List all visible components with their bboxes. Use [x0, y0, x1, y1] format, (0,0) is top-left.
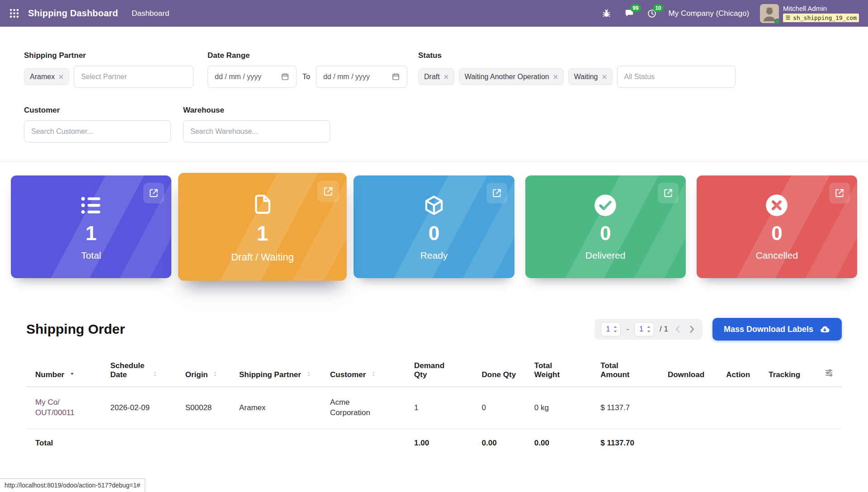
total-done-qty: 0.00 [482, 429, 534, 457]
card-cancelled-label: Cancelled [756, 250, 798, 261]
partner-tag-label: Aramex [30, 73, 55, 81]
status-tag-label: Waiting Another Operation [465, 73, 549, 81]
card-delivered[interactable]: 0 Delivered [525, 175, 686, 278]
stepper-arrows-icon[interactable] [613, 326, 618, 333]
pager-to-stepper[interactable]: 1 [634, 322, 654, 336]
status-label: Status [418, 51, 844, 60]
shipping-partner-label: Shipping Partner [24, 51, 208, 60]
database-badge: sh_shipping_19_com [783, 14, 859, 22]
card-ready-label: Ready [420, 250, 448, 261]
col-tracking-label: Tracking [769, 370, 800, 379]
cell-schedule-date: 2026-02-09 [110, 387, 185, 429]
open-draft-waiting-icon[interactable] [317, 180, 339, 202]
open-ready-icon[interactable] [486, 183, 507, 203]
cell-customer: Acme Corporation [330, 387, 414, 429]
status-tag-label: Draft [424, 73, 440, 81]
menu-dashboard[interactable]: Dashboard [132, 9, 169, 18]
user-name: Mitchell Admin [783, 5, 859, 12]
messages-button[interactable]: 99 [623, 8, 635, 19]
card-ready[interactable]: 0 Ready [354, 175, 514, 278]
col-origin-label: Origin [185, 370, 208, 379]
card-total[interactable]: 1 Total [11, 175, 171, 278]
col-total-amount[interactable]: Total Amount [600, 361, 668, 387]
company-switcher[interactable]: My Company (Chicago) [669, 9, 750, 18]
filter-status: Status Draft Waiting Another Operation W… [418, 51, 844, 88]
sort-desc-icon[interactable] [69, 370, 75, 377]
customer-search-input[interactable]: Search Customer... [24, 120, 171, 142]
status-tag-draft[interactable]: Draft [418, 68, 454, 85]
card-delivered-value: 0 [600, 223, 611, 243]
optional-columns-button[interactable] [825, 361, 842, 387]
total-label: Total [26, 429, 110, 457]
pager-dash: - [626, 325, 629, 334]
col-schedule-date[interactable]: Schedule Date [110, 361, 185, 387]
mass-download-labels-button[interactable]: Mass Download Labels [712, 318, 842, 341]
sort-icon[interactable] [152, 371, 158, 377]
card-draft-waiting-value: 1 [257, 223, 269, 244]
partner-select-input[interactable]: Select Partner [74, 66, 193, 88]
activities-button[interactable]: 10 [646, 8, 658, 19]
status-tag-waiting[interactable]: Waiting [568, 68, 613, 85]
sort-icon[interactable] [370, 371, 377, 377]
open-total-icon[interactable] [143, 183, 164, 203]
filter-shipping-partner: Shipping Partner Aramex Select Partner [24, 51, 208, 88]
order-number-link[interactable]: My Co/ OUT/00011 [35, 397, 107, 418]
col-shipping-partner[interactable]: Shipping Partner [239, 361, 330, 387]
table-row[interactable]: My Co/ OUT/00011 2026-02-09 S00028 Arame… [26, 387, 842, 429]
warehouse-search-input[interactable]: Search Warehouse... [183, 120, 330, 142]
apps-grid-icon[interactable] [7, 7, 21, 20]
orders-table: Number Schedule Date Origin Shipping Par… [26, 361, 842, 457]
card-total-label: Total [81, 250, 101, 261]
debug-bug-button[interactable] [601, 8, 613, 19]
col-download[interactable]: Download [668, 361, 726, 387]
pager-to-value: 1 [639, 325, 643, 333]
status-tag-label: Waiting [574, 73, 598, 81]
card-cancelled[interactable]: 0 Cancelled [697, 175, 857, 278]
col-tracking[interactable]: Tracking [769, 361, 824, 387]
date-from-input[interactable]: dd / mm / yyyy [208, 66, 297, 88]
open-delivered-icon[interactable] [658, 183, 679, 203]
customer-label: Customer [24, 106, 183, 115]
cell-download [668, 387, 726, 429]
filters-panel: Shipping Partner Aramex Select Partner D… [0, 27, 868, 162]
col-done-qty[interactable]: Done Qty [482, 361, 534, 387]
cell-origin: S00028 [185, 387, 239, 429]
date-to-value: dd / mm / yyyy [323, 73, 370, 81]
col-action[interactable]: Action [726, 361, 769, 387]
col-total-weight-label: Total Weight [534, 361, 571, 379]
cell-tracking [769, 387, 824, 429]
order-number-line2: OUT/00011 [35, 408, 107, 418]
app-title[interactable]: Shipping Dashboard [28, 8, 118, 19]
pager-next-icon[interactable] [688, 325, 696, 334]
user-menu[interactable]: Mitchell Admin sh_shipping_19_com [760, 4, 859, 23]
date-to-input[interactable]: dd / mm / yyyy [316, 66, 407, 88]
pager-from-stepper[interactable]: 1 [601, 322, 621, 336]
sort-icon[interactable] [306, 371, 312, 377]
col-number[interactable]: Number [26, 361, 110, 387]
col-total-weight[interactable]: Total Weight [534, 361, 601, 387]
remove-status-tag-icon[interactable] [553, 75, 558, 79]
remove-partner-tag-icon[interactable] [59, 75, 63, 79]
calendar-icon[interactable] [281, 72, 289, 81]
pager: 1 - 1 / 1 [594, 319, 703, 340]
open-cancelled-icon[interactable] [829, 183, 850, 203]
calendar-icon[interactable] [392, 72, 400, 81]
col-origin[interactable]: Origin [185, 361, 239, 387]
partner-tag-aramex[interactable]: Aramex [24, 68, 69, 85]
avatar[interactable] [760, 4, 779, 23]
sort-icon[interactable] [212, 371, 218, 377]
card-draft-waiting-label: Draft / Waiting [231, 251, 294, 263]
stepper-arrows-icon[interactable] [646, 326, 651, 333]
status-tag-waiting-another-operation[interactable]: Waiting Another Operation [459, 68, 564, 85]
col-customer-label: Customer [330, 370, 366, 379]
pager-prev-icon[interactable] [674, 325, 682, 334]
warehouse-label: Warehouse [183, 106, 330, 115]
status-select-input[interactable]: All Status [617, 66, 736, 88]
card-draft-waiting[interactable]: 1 Draft / Waiting [178, 173, 347, 280]
col-demand-qty[interactable]: Demand Qty [414, 361, 482, 387]
remove-status-tag-icon[interactable] [602, 75, 607, 79]
col-customer[interactable]: Customer [330, 361, 414, 387]
total-weight: 0.00 [534, 429, 601, 457]
remove-status-tag-icon[interactable] [444, 75, 448, 79]
messages-badge: 99 [630, 4, 641, 12]
